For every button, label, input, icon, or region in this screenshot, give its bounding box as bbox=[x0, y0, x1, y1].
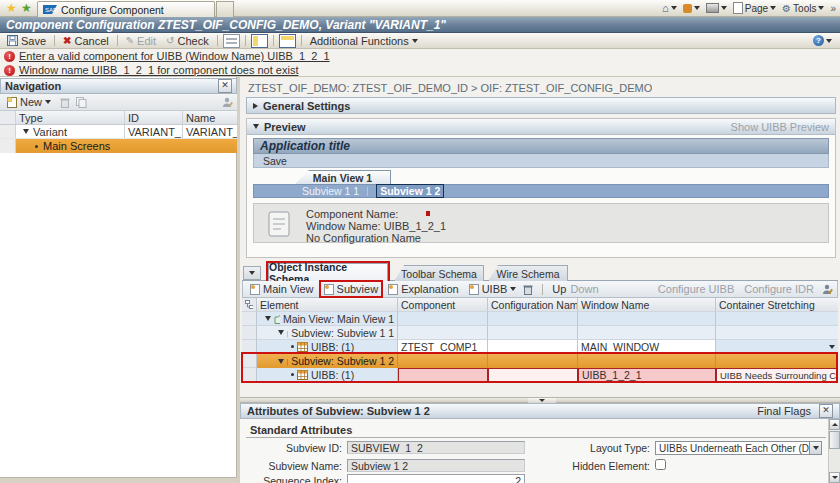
component-cell[interactable] bbox=[398, 354, 488, 368]
row-selector[interactable] bbox=[242, 368, 257, 382]
nav-row-main-screens[interactable]: Main Screens bbox=[0, 139, 237, 153]
row-selector[interactable] bbox=[242, 326, 257, 340]
column-header-window-name[interactable]: Window Name bbox=[578, 298, 716, 312]
window-name-cell[interactable] bbox=[578, 354, 716, 368]
tab-toolbar-schema[interactable]: Toolbar Schema bbox=[394, 265, 484, 281]
subview-id-field[interactable] bbox=[347, 441, 525, 454]
component-cell[interactable] bbox=[398, 312, 488, 326]
sequence-index-field[interactable] bbox=[347, 474, 525, 483]
new-tab-stub[interactable] bbox=[216, 1, 234, 17]
general-settings-bar[interactable]: General Settings bbox=[246, 97, 836, 114]
explanation-button[interactable]: Explanation bbox=[385, 282, 462, 296]
column-header-container-stretching[interactable]: Container Stretching bbox=[716, 298, 838, 312]
column-header-configuration-name[interactable]: Configuration Name bbox=[488, 298, 578, 312]
row-selector[interactable] bbox=[242, 340, 257, 354]
print-dropdown-arrow[interactable] bbox=[721, 6, 727, 10]
browser-tab[interactable]: SAP Configure Component bbox=[37, 1, 215, 17]
row-selector[interactable] bbox=[242, 354, 257, 368]
expanded-arrow-icon[interactable] bbox=[253, 124, 259, 129]
configuration-name-cell[interactable] bbox=[488, 340, 578, 354]
favorites-star-icon[interactable]: ★ bbox=[6, 1, 17, 15]
page-menu-button[interactable]: Page bbox=[733, 2, 776, 14]
container-stretching-cell[interactable] bbox=[716, 312, 838, 326]
layout-left-panel-toggle[interactable] bbox=[251, 34, 268, 48]
uibb-button[interactable]: UIBB bbox=[466, 282, 520, 296]
configuration-name-cell[interactable] bbox=[488, 326, 578, 340]
edit-button[interactable]: ✎ Edit bbox=[123, 34, 159, 48]
configure-uibb-button[interactable]: Configure UIBB bbox=[658, 283, 734, 295]
column-header-type[interactable]: Type bbox=[16, 111, 125, 124]
container-stretching-dropdown[interactable] bbox=[716, 340, 838, 354]
scroll-up-button[interactable] bbox=[829, 419, 840, 430]
preview-subtab-1[interactable]: Subview 1 1 bbox=[302, 185, 359, 197]
component-input-error[interactable] bbox=[398, 368, 488, 382]
check-button[interactable]: ↺ Check bbox=[163, 34, 212, 48]
personalize-icon[interactable] bbox=[822, 284, 833, 295]
personalize-icon[interactable] bbox=[222, 97, 233, 108]
additional-functions-button[interactable]: Additional Functions bbox=[307, 34, 421, 48]
up-button[interactable]: Up bbox=[552, 283, 566, 295]
component-cell[interactable] bbox=[398, 326, 488, 340]
tools-menu-button[interactable]: ⚙Tools bbox=[782, 3, 824, 14]
delete-icon[interactable] bbox=[60, 97, 70, 108]
nav-row-variant[interactable]: Variant VARIANT_1 VARIANT_1 bbox=[0, 125, 237, 139]
table-row-main-view[interactable]: Main View: Main View 1 bbox=[242, 312, 838, 326]
expander-icon[interactable] bbox=[278, 330, 284, 335]
table-row-uibb-1[interactable]: UIBB: (1) ZTEST_COMP1 MAIN_WINDOW bbox=[242, 340, 838, 354]
preview-subtab-2-selected[interactable]: Subview 1 2 bbox=[376, 184, 444, 198]
attributes-scrollbar[interactable] bbox=[828, 419, 840, 483]
select-dropdown-button[interactable] bbox=[809, 442, 821, 454]
configuration-name-input-error[interactable] bbox=[488, 368, 578, 382]
scroll-down-button[interactable] bbox=[829, 472, 840, 483]
print-button[interactable] bbox=[706, 3, 727, 13]
component-cell[interactable]: ZTEST_COMP1 bbox=[398, 340, 488, 354]
container-stretching-cell[interactable] bbox=[716, 326, 838, 340]
hidden-element-checkbox[interactable] bbox=[655, 459, 666, 470]
scroll-thumb[interactable] bbox=[829, 431, 840, 449]
cancel-button[interactable]: ✖ Cancel bbox=[60, 34, 112, 48]
close-navigation-icon[interactable]: ✕ bbox=[218, 79, 232, 93]
window-name-cell[interactable] bbox=[578, 312, 716, 326]
column-header-name[interactable]: Name bbox=[183, 111, 237, 124]
table-row-subview-1-1[interactable]: Subview: Subview 1 1 bbox=[242, 326, 838, 340]
feed-dropdown-arrow[interactable] bbox=[694, 6, 700, 10]
copy-icon[interactable] bbox=[76, 97, 87, 108]
tab-wire-schema[interactable]: Wire Schema bbox=[488, 265, 568, 281]
final-flags-button[interactable]: Final Flags bbox=[757, 405, 811, 417]
table-row-uibb-2-error[interactable]: UIBB: (1) UIBB_1_2_1 UIBB Needs Surround… bbox=[242, 368, 838, 382]
subview-button[interactable]: Subview bbox=[321, 282, 382, 296]
window-name-cell[interactable] bbox=[578, 326, 716, 340]
show-uibb-preview-button[interactable]: Show UIBB Preview bbox=[731, 121, 829, 133]
delete-element-icon[interactable] bbox=[523, 284, 533, 295]
tab-object-instance-schema[interactable]: Object Instance Schema bbox=[268, 263, 388, 281]
configure-idr-button[interactable]: Configure IDR bbox=[744, 283, 814, 295]
configuration-name-cell[interactable] bbox=[488, 354, 578, 368]
add-favorite-icon[interactable]: ★ bbox=[21, 1, 32, 15]
container-stretching-dropdown-error[interactable]: UIBB Needs Surrounding Containers to b..… bbox=[716, 368, 838, 382]
column-header-component[interactable]: Component bbox=[398, 298, 488, 312]
table-row-subview-1-2-selected[interactable]: Subview: Subview 1 2 bbox=[242, 354, 838, 368]
new-button[interactable]: New bbox=[4, 95, 54, 109]
subview-name-field[interactable] bbox=[347, 459, 525, 472]
feed-button[interactable] bbox=[683, 4, 700, 13]
error-message-link[interactable]: Window name UIBB_1_2_1 for component doe… bbox=[19, 64, 298, 76]
row-selector[interactable] bbox=[0, 139, 16, 153]
row-selector[interactable] bbox=[242, 312, 257, 326]
column-header-element[interactable]: Element bbox=[257, 298, 398, 312]
save-button[interactable]: Save bbox=[4, 34, 49, 48]
chevron-more-button[interactable]: » bbox=[830, 3, 836, 14]
window-name-cell[interactable]: MAIN_WINDOW bbox=[578, 340, 716, 354]
row-selector[interactable] bbox=[0, 125, 16, 138]
home-button[interactable]: ⌂ bbox=[662, 2, 677, 14]
expander-icon[interactable] bbox=[278, 359, 284, 364]
help-button[interactable]: ? bbox=[813, 35, 832, 46]
expander-icon[interactable] bbox=[23, 129, 29, 134]
collapsed-arrow-icon[interactable] bbox=[253, 103, 258, 109]
tab-overflow-button[interactable] bbox=[243, 266, 261, 280]
column-header-id[interactable]: ID bbox=[125, 111, 183, 124]
down-button[interactable]: Down bbox=[570, 283, 598, 295]
close-attributes-icon[interactable]: ✕ bbox=[819, 404, 833, 418]
container-stretching-cell[interactable] bbox=[716, 354, 838, 368]
window-name-input-error[interactable]: UIBB_1_2_1 bbox=[578, 368, 716, 382]
configuration-name-cell[interactable] bbox=[488, 312, 578, 326]
